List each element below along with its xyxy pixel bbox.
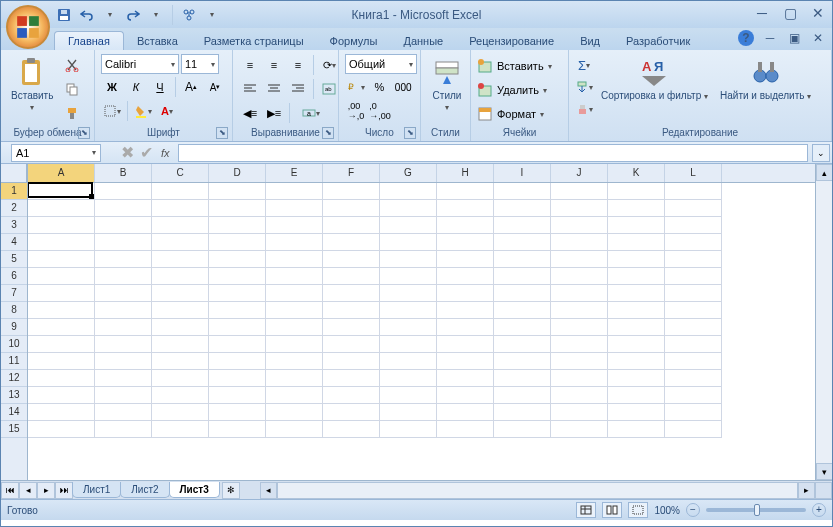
align-center-button[interactable] — [263, 78, 285, 100]
cell-L15[interactable] — [665, 421, 722, 438]
tab-view[interactable]: Вид — [567, 32, 613, 50]
cell-F4[interactable] — [323, 234, 380, 251]
cell-K13[interactable] — [608, 387, 665, 404]
cell-K5[interactable] — [608, 251, 665, 268]
cell-H11[interactable] — [437, 353, 494, 370]
cell-F14[interactable] — [323, 404, 380, 421]
row-header-10[interactable]: 10 — [1, 336, 27, 353]
cell-E12[interactable] — [266, 370, 323, 387]
cell-E8[interactable] — [266, 302, 323, 319]
row-header-14[interactable]: 14 — [1, 404, 27, 421]
cell-L2[interactable] — [665, 200, 722, 217]
close-button[interactable]: ✕ — [810, 5, 826, 21]
column-header-B[interactable]: B — [95, 164, 152, 182]
cell-H14[interactable] — [437, 404, 494, 421]
cell-C12[interactable] — [152, 370, 209, 387]
cell-G1[interactable] — [380, 183, 437, 200]
fill-button[interactable]: ▾ — [575, 76, 593, 98]
cell-D13[interactable] — [209, 387, 266, 404]
cell-I9[interactable] — [494, 319, 551, 336]
row-header-2[interactable]: 2 — [1, 200, 27, 217]
sheet-tab-1[interactable]: Лист1 — [72, 482, 121, 498]
format-painter-button[interactable] — [61, 102, 83, 124]
cell-I5[interactable] — [494, 251, 551, 268]
column-header-E[interactable]: E — [266, 164, 323, 182]
sheet-nav-first[interactable]: ⏮ — [1, 482, 19, 499]
cell-J1[interactable] — [551, 183, 608, 200]
cell-G5[interactable] — [380, 251, 437, 268]
cell-J3[interactable] — [551, 217, 608, 234]
cell-J10[interactable] — [551, 336, 608, 353]
cell-G2[interactable] — [380, 200, 437, 217]
cell-F13[interactable] — [323, 387, 380, 404]
cell-J9[interactable] — [551, 319, 608, 336]
orientation-button[interactable]: ⟳▾ — [318, 54, 340, 76]
cell-C15[interactable] — [152, 421, 209, 438]
grow-font-button[interactable]: A▴ — [180, 76, 202, 98]
cell-D10[interactable] — [209, 336, 266, 353]
minimize-button[interactable]: ─ — [754, 5, 770, 21]
doc-close-button[interactable]: ✕ — [810, 30, 826, 46]
cell-J14[interactable] — [551, 404, 608, 421]
cell-H12[interactable] — [437, 370, 494, 387]
sort-filter-button[interactable]: АЯ Сортировка и фильтр ▾ — [597, 54, 712, 104]
tab-page-layout[interactable]: Разметка страницы — [191, 32, 317, 50]
row-header-4[interactable]: 4 — [1, 234, 27, 251]
row-header-5[interactable]: 5 — [1, 251, 27, 268]
cell-J6[interactable] — [551, 268, 608, 285]
cell-H4[interactable] — [437, 234, 494, 251]
cell-B1[interactable] — [95, 183, 152, 200]
cell-A8[interactable] — [28, 302, 95, 319]
cell-L9[interactable] — [665, 319, 722, 336]
cell-A9[interactable] — [28, 319, 95, 336]
cell-H2[interactable] — [437, 200, 494, 217]
paste-button[interactable]: Вставить ▾ — [7, 54, 57, 114]
cell-E1[interactable] — [266, 183, 323, 200]
cell-K1[interactable] — [608, 183, 665, 200]
cell-K4[interactable] — [608, 234, 665, 251]
cell-A2[interactable] — [28, 200, 95, 217]
cell-I11[interactable] — [494, 353, 551, 370]
cell-J2[interactable] — [551, 200, 608, 217]
cell-D7[interactable] — [209, 285, 266, 302]
cell-A5[interactable] — [28, 251, 95, 268]
column-header-G[interactable]: G — [380, 164, 437, 182]
cell-K14[interactable] — [608, 404, 665, 421]
cell-H13[interactable] — [437, 387, 494, 404]
tab-formulas[interactable]: Формулы — [317, 32, 391, 50]
cell-E14[interactable] — [266, 404, 323, 421]
redo-dropdown[interactable]: ▾ — [147, 6, 165, 24]
wrap-text-button[interactable]: ab — [318, 78, 340, 100]
cell-G12[interactable] — [380, 370, 437, 387]
cell-E9[interactable] — [266, 319, 323, 336]
merge-button[interactable]: a▾ — [294, 102, 328, 124]
cell-H3[interactable] — [437, 217, 494, 234]
cell-A6[interactable] — [28, 268, 95, 285]
cell-J5[interactable] — [551, 251, 608, 268]
cell-B15[interactable] — [95, 421, 152, 438]
cell-F6[interactable] — [323, 268, 380, 285]
cell-B5[interactable] — [95, 251, 152, 268]
cell-C7[interactable] — [152, 285, 209, 302]
cell-E3[interactable] — [266, 217, 323, 234]
cell-E11[interactable] — [266, 353, 323, 370]
cell-H7[interactable] — [437, 285, 494, 302]
cell-F7[interactable] — [323, 285, 380, 302]
row-header-8[interactable]: 8 — [1, 302, 27, 319]
sheet-nav-prev[interactable]: ◂ — [19, 482, 37, 499]
row-header-3[interactable]: 3 — [1, 217, 27, 234]
sheet-tab-3[interactable]: Лист3 — [169, 482, 220, 498]
redo-icon[interactable] — [124, 6, 142, 24]
cell-I4[interactable] — [494, 234, 551, 251]
sheet-nav-next[interactable]: ▸ — [37, 482, 55, 499]
zoom-out-button[interactable]: − — [686, 503, 700, 517]
cell-I8[interactable] — [494, 302, 551, 319]
number-dialog-launcher[interactable]: ⬊ — [404, 127, 416, 139]
zoom-in-button[interactable]: + — [812, 503, 826, 517]
cell-A11[interactable] — [28, 353, 95, 370]
decrease-decimal-button[interactable]: ,0→,00 — [369, 100, 391, 122]
bold-button[interactable]: Ж — [101, 76, 123, 98]
cell-A1[interactable] — [28, 183, 95, 200]
cell-F5[interactable] — [323, 251, 380, 268]
cell-B10[interactable] — [95, 336, 152, 353]
